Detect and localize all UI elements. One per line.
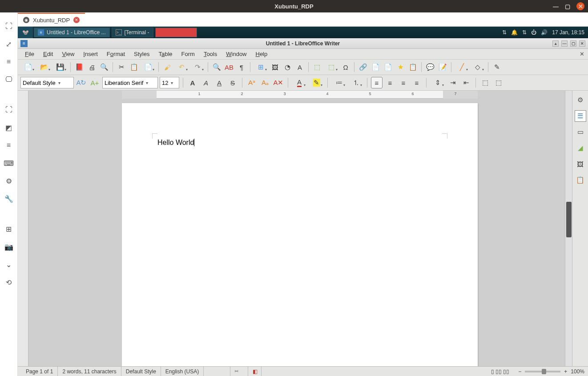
plus-icon[interactable]: ⊞ [4,224,14,234]
bold-button[interactable]: A [187,77,198,88]
menu-form[interactable]: Form [178,50,198,58]
menu-window[interactable]: Window [222,50,250,58]
network-icon[interactable]: ⇅ [502,29,507,36]
settings-icon[interactable]: ⚙ [4,176,14,186]
status-style[interactable]: Default Style [121,367,161,376]
sidebar-settings-icon[interactable]: ⚙ [575,94,586,106]
number-list-button[interactable]: ⒈ [348,77,363,88]
menu-styles[interactable]: Styles [130,50,153,58]
insert-symbol-button[interactable]: Ω [340,61,351,73]
font-name-combo[interactable]: Liberation Serif [102,77,158,88]
minimize-button[interactable]: — [561,40,568,47]
sidebar-gallery-icon[interactable]: 🖼 [575,158,586,170]
find-replace-button[interactable]: 🔍 [211,61,222,73]
minimize-button[interactable]: — [553,3,559,10]
disconnect-icon[interactable]: ⟲ [4,277,14,287]
insert-field-button[interactable]: ⬚ [324,61,339,73]
print-button[interactable]: 🖨 [86,61,97,73]
highlight-button[interactable]: ✎ [309,77,324,88]
italic-button[interactable]: A [200,77,212,88]
save-button[interactable]: 💾 [52,61,68,73]
vertical-ruler[interactable] [18,91,28,366]
status-page[interactable]: Page 1 of 1 [21,367,58,376]
maximize-button[interactable]: ▢ [570,40,576,47]
cut-button[interactable]: ✂ [116,61,127,73]
clone-formatting-button[interactable]: 🖌 [161,61,173,73]
print-preview-button[interactable]: 🔍 [98,61,110,73]
bullet-list-button[interactable]: ≔ [331,77,346,88]
status-selection-mode[interactable]: ⎶ [230,367,248,376]
clear-format-button[interactable]: A✕ [273,77,284,88]
tools-icon[interactable]: 🔧 [4,194,14,204]
font-color-button[interactable]: A [292,77,307,88]
font-size-combo[interactable]: 12 [160,77,179,88]
align-right-button[interactable]: ≡ [398,77,409,88]
tab-close-button[interactable]: ✕ [73,17,80,23]
copy-button[interactable]: 📋 [128,61,140,73]
camera-icon[interactable]: 📷 [4,242,14,252]
keyboard-icon[interactable]: ⌨ [4,158,14,168]
grab-icon[interactable]: ⛶ [4,105,14,115]
insert-chart-button[interactable]: ◔ [282,61,293,73]
volume-icon[interactable]: 🔊 [541,29,548,36]
hamburger-icon[interactable]: ≡ [4,140,14,150]
roll-up-button[interactable]: ▴ [552,40,559,47]
scrollbar-thumb[interactable] [566,202,572,237]
spellcheck-button[interactable]: AB [223,61,235,73]
taskbar-item-red[interactable] [155,28,197,37]
status-insert-mode[interactable] [204,367,230,376]
align-center-button[interactable]: ≡ [384,77,396,88]
paste-button[interactable]: 📄 [141,61,156,73]
decrease-para-spacing-button[interactable]: ⬚ [493,77,504,88]
increase-para-spacing-button[interactable]: ⬚ [479,77,491,88]
chevron-down-icon[interactable]: ⌄ [4,260,14,269]
document-canvas[interactable]: 1 2 3 4 5 6 7 Hello World [28,91,565,366]
track-changes-button[interactable]: 📝 [437,61,448,73]
status-wordcount[interactable]: 2 words, 11 characters [58,367,121,376]
insert-table-button[interactable]: ⊞ [253,61,268,73]
update-style-button[interactable]: A↻ [76,77,87,88]
new-button[interactable]: 📄 [20,61,36,73]
horizontal-ruler[interactable]: 1 2 3 4 5 6 7 [122,91,478,99]
status-language[interactable]: English (USA) [161,367,204,376]
menu-tools[interactable]: Tools [200,50,221,58]
insert-bookmark-button[interactable]: 📄 [382,61,394,73]
clock[interactable]: 17 Jan, 18:15 [552,29,584,36]
document-page[interactable]: Hello World [122,103,478,366]
zoom-out-button[interactable]: − [518,368,521,375]
insert-image-button[interactable]: 🖼 [269,61,281,73]
redo-button[interactable]: ↷ [190,61,205,73]
document-text[interactable]: Hello World [157,139,194,147]
menu-edit[interactable]: Edit [40,50,56,58]
taskbar-item-writer[interactable]: ≡ Untitled 1 - LibreOffice ... [34,28,110,37]
power-icon[interactable]: ⏻ [531,29,536,36]
insert-hyperlink-button[interactable]: 🔗 [357,61,369,73]
zoom-slider[interactable] [525,371,560,372]
align-left-button[interactable]: ≡ [371,77,383,88]
status-signature[interactable]: ◧ [248,367,262,376]
sidebar-styles-icon[interactable]: ◢ [575,142,586,154]
close-button[interactable]: ✕ [576,2,584,10]
host-tab[interactable]: ◉ Xubuntu_RDP ✕ [18,13,85,26]
maximize-button[interactable]: ▢ [565,3,570,10]
align-justify-button[interactable]: ≡ [411,77,423,88]
line-button[interactable]: ╱ [454,61,469,73]
undo-button[interactable]: ↶ [174,61,189,73]
close-button[interactable]: ✕ [579,40,585,47]
menu-file[interactable]: File [21,50,38,58]
menu-insert[interactable]: Insert [80,50,101,58]
sidebar-page-icon[interactable]: ▭ [575,126,586,138]
monitor-icon[interactable]: 🖵 [4,75,14,84]
zoom-percent[interactable]: 100% [571,368,584,375]
underline-button[interactable]: A [213,77,225,88]
strikethrough-button[interactable]: S [227,77,238,88]
insert-textbox-button[interactable]: A [294,61,306,73]
draw-functions-button[interactable]: ✎ [491,61,503,73]
basic-shapes-button[interactable]: ◇ [470,61,485,73]
line-spacing-button[interactable]: ⇕ [430,77,445,88]
superscript-button[interactable]: Aᵃ [246,77,258,88]
list-icon[interactable]: ≡ [4,57,14,67]
increase-indent-button[interactable]: ⇥ [447,77,459,88]
new-style-button[interactable]: A+ [89,77,101,88]
fit-icon[interactable]: ⤢ [4,39,14,49]
